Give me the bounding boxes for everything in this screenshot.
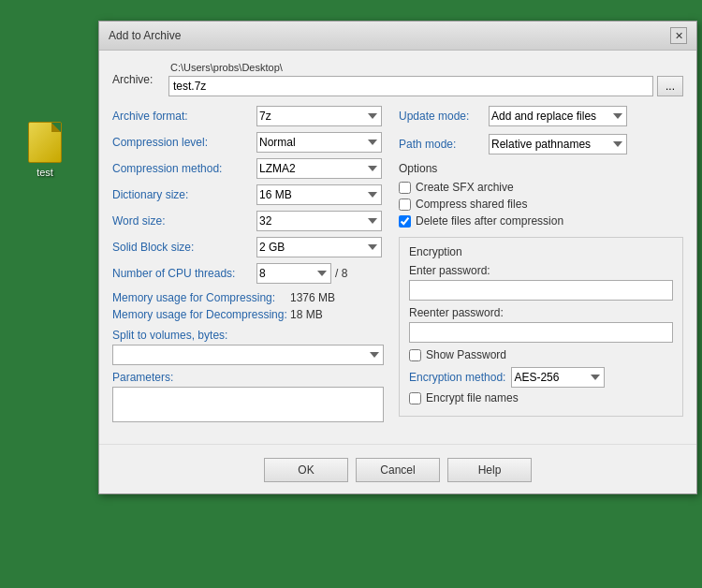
params-input[interactable]	[112, 387, 384, 422]
dictionary-size-row: Dictionary size: 1 MB4 MB8 MB16 MB32 MB	[112, 184, 384, 205]
solid-block-select[interactable]: Non-solid1 MB16 MB128 MB1 GB2 GB	[256, 237, 382, 257]
desktop-icon[interactable]: test	[17, 122, 73, 178]
add-to-archive-dialog: Add to Archive ✕ Archive: C:\Users\probs…	[98, 21, 697, 494]
update-mode-label: Update mode:	[399, 110, 483, 123]
compression-level-row: Compression level: StoreFastestFastNorma…	[112, 132, 384, 153]
solid-block-row: Solid Block size: Non-solid1 MB16 MB128 …	[112, 237, 384, 257]
split-volumes-select[interactable]	[112, 345, 384, 365]
word-size-label: Word size:	[112, 214, 251, 228]
encryption-title: Encryption	[409, 245, 673, 258]
main-columns: Archive format: 7zziptar Compression lev…	[112, 106, 683, 425]
memory-decompress-value: 18 MB	[290, 308, 323, 321]
word-size-row: Word size: 8163264128	[112, 211, 384, 231]
dictionary-size-select[interactable]: 1 MB4 MB8 MB16 MB32 MB	[256, 184, 382, 205]
dialog-title: Add to Archive	[109, 29, 181, 42]
create-sfx-checkbox[interactable]	[399, 182, 411, 194]
path-mode-label: Path mode:	[399, 138, 483, 151]
word-size-select[interactable]: 8163264128	[256, 211, 382, 231]
dialog-footer: OK Cancel Help	[99, 444, 696, 493]
memory-compress-row: Memory usage for Compressing: 1376 MB	[112, 291, 384, 304]
compress-shared-checkbox[interactable]	[399, 198, 411, 211]
delete-after-label[interactable]: Delete files after compression	[416, 214, 563, 228]
options-title: Options	[399, 162, 683, 175]
path-mode-select[interactable]: Relative pathnames Full pathnames Absolu…	[489, 134, 627, 154]
reenter-password-label: Reenter password:	[409, 306, 673, 319]
compression-level-select[interactable]: StoreFastestFastNormalMaximumUltra	[256, 132, 382, 153]
desktop-icon-label: test	[37, 167, 53, 178]
dictionary-size-label: Dictionary size:	[112, 188, 251, 201]
encrypt-names-label[interactable]: Encrypt file names	[426, 391, 519, 404]
encrypt-names-checkbox[interactable]	[409, 392, 421, 404]
encryption-section: Encryption Enter password: Reenter passw…	[399, 237, 683, 417]
archive-format-label: Archive format:	[112, 110, 251, 123]
enc-method-select[interactable]: AES-256 ZipCrypto	[511, 367, 605, 388]
compression-method-row: Compression method: LZMA2LZMAPPMdBZip2	[112, 158, 384, 179]
archive-dir: C:\Users\probs\Desktop\	[168, 62, 683, 73]
cancel-button[interactable]: Cancel	[356, 458, 440, 482]
enc-method-row: Encryption method: AES-256 ZipCrypto	[409, 367, 673, 388]
archive-row: Archive: C:\Users\probs\Desktop\ ...	[112, 62, 683, 96]
dialog-titlebar: Add to Archive ✕	[99, 22, 696, 51]
params-label: Parameters:	[112, 371, 384, 384]
compression-level-label: Compression level:	[112, 136, 251, 149]
create-sfx-label[interactable]: Create SFX archive	[416, 181, 514, 194]
show-password-label[interactable]: Show Password	[426, 348, 506, 361]
delete-after-checkbox[interactable]	[399, 215, 411, 228]
split-label: Split to volumes, bytes:	[112, 329, 384, 342]
memory-compress-label: Memory usage for Compressing:	[112, 291, 290, 304]
update-mode-row: Update mode: Add and replace files Updat…	[399, 106, 683, 126]
dialog-body: Archive: C:\Users\probs\Desktop\ ... Arc…	[99, 51, 696, 436]
options-group: Options Create SFX archive Compress shar…	[399, 162, 683, 228]
compression-method-select[interactable]: LZMA2LZMAPPMdBZip2	[256, 158, 382, 179]
compress-shared-row: Compress shared files	[399, 198, 683, 211]
browse-button[interactable]: ...	[657, 76, 683, 96]
create-sfx-row: Create SFX archive	[399, 181, 683, 194]
help-button[interactable]: Help	[447, 458, 532, 482]
archive-filename-input[interactable]	[168, 76, 653, 96]
cpu-threads-select[interactable]: 1248	[256, 263, 331, 284]
encrypt-names-row: Encrypt file names	[409, 391, 673, 404]
parameters-row: Parameters:	[112, 371, 384, 425]
memory-compress-value: 1376 MB	[290, 291, 335, 304]
cpu-of-label: / 8	[335, 267, 347, 280]
enter-password-label: Enter password:	[409, 264, 673, 277]
enc-method-label: Encryption method:	[409, 371, 505, 384]
archive-path-input-row: ...	[168, 76, 683, 96]
show-password-checkbox[interactable]	[409, 349, 421, 361]
cpu-threads-label: Number of CPU threads:	[112, 267, 251, 280]
reenter-password-input[interactable]	[409, 322, 673, 343]
delete-after-row: Delete files after compression	[399, 214, 683, 228]
compression-method-label: Compression method:	[112, 162, 251, 175]
folder-icon	[28, 122, 62, 163]
memory-decompress-row: Memory usage for Decompressing: 18 MB	[112, 308, 384, 321]
ok-button[interactable]: OK	[264, 458, 348, 482]
compress-shared-label[interactable]: Compress shared files	[416, 198, 527, 211]
enter-password-input[interactable]	[409, 280, 673, 301]
close-button[interactable]: ✕	[670, 27, 687, 44]
archive-path-group: C:\Users\probs\Desktop\ ...	[168, 62, 683, 96]
archive-format-row: Archive format: 7zziptar	[112, 106, 384, 126]
cpu-threads-row: Number of CPU threads: 1248 / 8	[112, 263, 384, 284]
show-password-row: Show Password	[409, 348, 673, 361]
cpu-input-group: 1248 / 8	[256, 263, 347, 284]
right-column: Update mode: Add and replace files Updat…	[399, 106, 683, 425]
archive-label: Archive:	[112, 73, 163, 86]
split-volumes-row: Split to volumes, bytes:	[112, 329, 384, 365]
update-mode-select[interactable]: Add and replace files Update and add fil…	[489, 106, 627, 126]
memory-decompress-label: Memory usage for Decompressing:	[112, 308, 290, 321]
left-column: Archive format: 7zziptar Compression lev…	[112, 106, 384, 425]
solid-block-label: Solid Block size:	[112, 241, 251, 254]
archive-format-select[interactable]: 7zziptar	[256, 106, 382, 126]
path-mode-row: Path mode: Relative pathnames Full pathn…	[399, 134, 683, 154]
